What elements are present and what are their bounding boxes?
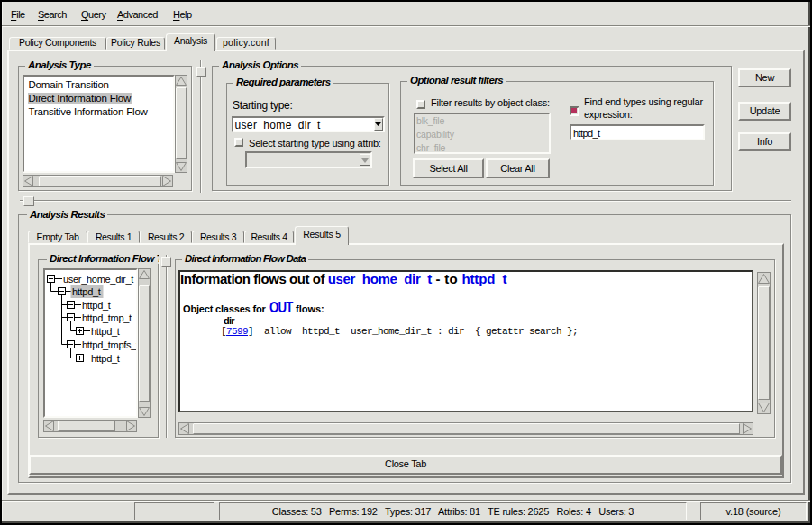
svg-text:httpd_tmp_t: httpd_tmp_t bbox=[82, 312, 132, 323]
svg-text:httpd_t: httpd_t bbox=[91, 353, 120, 364]
svg-text:httpd_t: httpd_t bbox=[82, 300, 111, 311]
svg-text:user_home_dir_t: user_home_dir_t bbox=[63, 274, 133, 285]
svg-text:httpd_t: httpd_t bbox=[91, 326, 120, 337]
svg-text:httpd_tmpfs_t: httpd_tmpfs_t bbox=[82, 339, 136, 350]
svg-text:httpd_t: httpd_t bbox=[72, 286, 101, 297]
